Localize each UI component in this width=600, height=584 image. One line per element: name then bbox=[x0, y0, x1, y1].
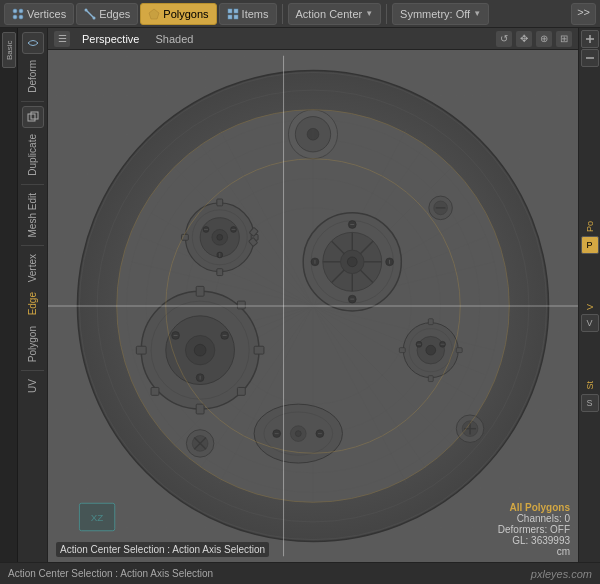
svg-rect-50 bbox=[254, 346, 264, 354]
edge-label[interactable]: Edge bbox=[25, 288, 40, 319]
svg-point-0 bbox=[13, 9, 17, 13]
svg-rect-47 bbox=[196, 286, 204, 296]
items-icon bbox=[227, 8, 239, 20]
svg-point-1 bbox=[19, 9, 23, 13]
svg-line-4 bbox=[86, 10, 94, 18]
po-btn[interactable]: P bbox=[581, 236, 599, 254]
action-center-text: Action Center Selection : Action Axis Se… bbox=[56, 542, 269, 557]
svg-point-2 bbox=[13, 15, 17, 19]
unit-stat: cm bbox=[498, 546, 570, 557]
gl-stat: GL: 3639993 bbox=[498, 535, 570, 546]
svg-rect-52 bbox=[237, 301, 245, 309]
right-sidebar: Po P V V St S bbox=[578, 28, 600, 562]
3d-viewport-svg: XZ bbox=[48, 50, 578, 562]
edges-icon bbox=[84, 8, 96, 20]
viewport-fit-icon[interactable]: ⊞ bbox=[556, 31, 572, 47]
v-btn[interactable]: V bbox=[581, 314, 599, 332]
viewport-pan-icon[interactable]: ✥ bbox=[516, 31, 532, 47]
svg-rect-106 bbox=[456, 348, 462, 353]
viewport-icons: ↺ ✥ ⊕ ⊞ bbox=[496, 31, 572, 47]
vertices-button[interactable]: Vertices bbox=[4, 3, 74, 25]
uv-label[interactable]: UV bbox=[25, 375, 40, 397]
svg-point-125 bbox=[295, 431, 301, 437]
top-toolbar: Vertices Edges Polygons Items Action Cen… bbox=[0, 0, 600, 28]
action-center-button[interactable]: Action Center ▼ bbox=[288, 3, 382, 25]
items-button[interactable]: Items bbox=[219, 3, 277, 25]
viewport-menu-icon[interactable]: ☰ bbox=[54, 31, 70, 47]
deform-icon bbox=[26, 36, 40, 50]
sidebar-divider-2 bbox=[21, 184, 44, 185]
viewport-rotate-icon[interactable]: ↺ bbox=[496, 31, 512, 47]
sidebar-divider-1 bbox=[21, 101, 44, 102]
polygons-icon bbox=[148, 8, 160, 20]
viewport: ☰ Perspective Shaded ↺ ✥ ⊕ ⊞ bbox=[48, 28, 578, 562]
polygons-button[interactable]: Polygons bbox=[140, 3, 216, 25]
stats-box: All Polygons Channels: 0 Deformers: OFF … bbox=[498, 502, 570, 557]
r-btn-2[interactable] bbox=[581, 49, 599, 67]
viewport-header: ☰ Perspective Shaded ↺ ✥ ⊕ ⊞ bbox=[48, 28, 578, 50]
duplicate-label[interactable]: Duplicate bbox=[25, 130, 40, 180]
viewport-zoom-icon[interactable]: ⊕ bbox=[536, 31, 552, 47]
svg-rect-104 bbox=[428, 376, 433, 382]
r-btn-1[interactable] bbox=[581, 30, 599, 48]
symmetry-chevron: ▼ bbox=[473, 9, 481, 18]
svg-point-3 bbox=[19, 15, 23, 19]
bottom-overlay: Action Center Selection : Action Axis Se… bbox=[48, 502, 578, 557]
vertex-label[interactable]: Vertex bbox=[25, 250, 40, 286]
channels-stat: Channels: 0 bbox=[498, 513, 570, 524]
all-polygons-label: All Polygons bbox=[498, 502, 570, 513]
sidebar-divider-4 bbox=[21, 370, 44, 371]
svg-rect-103 bbox=[428, 319, 433, 325]
mesh-edit-label[interactable]: Mesh Edit bbox=[25, 189, 40, 241]
svg-point-65 bbox=[217, 234, 223, 240]
toolbar-separator-2 bbox=[386, 4, 387, 24]
left-sidebar: Deform Duplicate Mesh Edit Vertex Edge P… bbox=[18, 28, 48, 562]
svg-rect-8 bbox=[228, 9, 232, 13]
sidebar-divider-3 bbox=[21, 245, 44, 246]
viewport-canvas[interactable]: XZ Action Center Selection : Action Axis… bbox=[48, 50, 578, 562]
svg-point-46 bbox=[194, 344, 206, 356]
svg-rect-54 bbox=[237, 387, 245, 395]
svg-point-102 bbox=[426, 345, 436, 355]
main-area: Basic Deform Duplicate Mesh Edit Vertex … bbox=[0, 28, 600, 562]
svg-rect-9 bbox=[234, 9, 238, 13]
minus-icon bbox=[584, 52, 596, 64]
svg-rect-10 bbox=[228, 15, 232, 19]
shaded-tab[interactable]: Shaded bbox=[151, 31, 197, 47]
toolbar-separator-1 bbox=[282, 4, 283, 24]
status-action-text: Action Center Selection : Action Axis Se… bbox=[8, 568, 213, 579]
left-edge-panel: Basic bbox=[0, 28, 18, 562]
edges-button[interactable]: Edges bbox=[76, 3, 138, 25]
svg-point-5 bbox=[85, 8, 88, 11]
deform-label[interactable]: Deform bbox=[25, 56, 40, 97]
svg-rect-66 bbox=[217, 199, 223, 206]
svg-rect-67 bbox=[217, 269, 223, 276]
pxleyes-watermark: pxleyes.com bbox=[531, 568, 592, 580]
duplicate-icon bbox=[26, 110, 40, 124]
svg-rect-53 bbox=[151, 387, 159, 395]
deformers-stat: Deformers: OFF bbox=[498, 524, 570, 535]
svg-rect-48 bbox=[196, 404, 204, 414]
polygon-label[interactable]: Polygon bbox=[25, 322, 40, 366]
svg-point-6 bbox=[93, 16, 96, 19]
basic-tab[interactable]: Basic bbox=[2, 32, 16, 68]
plus-icon bbox=[584, 33, 596, 45]
st-label: St bbox=[585, 378, 595, 393]
svg-rect-11 bbox=[234, 15, 238, 19]
st-btn[interactable]: S bbox=[581, 394, 599, 412]
perspective-tab[interactable]: Perspective bbox=[78, 31, 143, 47]
extend-button[interactable]: >> bbox=[571, 3, 596, 25]
tool-duplicate[interactable] bbox=[22, 106, 44, 128]
v-label: V bbox=[585, 301, 595, 313]
vertices-icon bbox=[12, 8, 24, 20]
svg-rect-105 bbox=[399, 348, 405, 353]
symmetry-button[interactable]: Symmetry: Off ▼ bbox=[392, 3, 489, 25]
status-bar: Action Center Selection : Action Axis Se… bbox=[0, 562, 600, 584]
action-center-chevron: ▼ bbox=[365, 9, 373, 18]
svg-rect-49 bbox=[136, 346, 146, 354]
po-label: Po bbox=[585, 218, 595, 235]
svg-point-82 bbox=[347, 257, 357, 267]
svg-marker-7 bbox=[149, 9, 159, 19]
tool-icon-deform[interactable] bbox=[22, 32, 44, 54]
